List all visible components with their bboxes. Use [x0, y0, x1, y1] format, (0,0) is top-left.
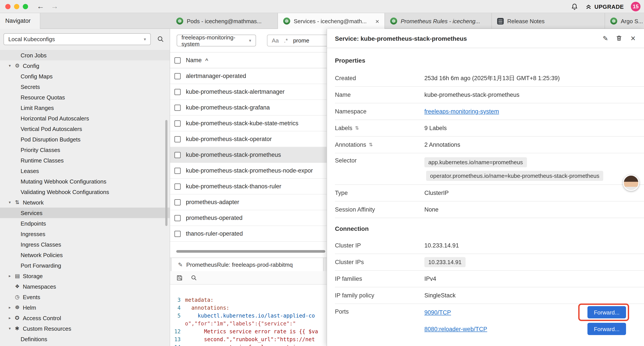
sidebar-item[interactable]: ▸ ☸ Helm	[0, 302, 170, 313]
sidebar-scrollbar[interactable]	[165, 120, 168, 226]
notification-count-badge[interactable]: 15	[631, 2, 640, 11]
editor-tab[interactable]: ☸ Pods - icecheng@mathmas...	[171, 13, 278, 29]
regex-toggle[interactable]: .*	[284, 37, 288, 44]
sidebar-item[interactable]: Config Maps	[0, 71, 170, 81]
back-arrow-icon[interactable]: ←	[37, 1, 44, 12]
presenter-avatar[interactable]	[623, 175, 639, 191]
nav-item-label: Resource Quotas	[20, 94, 65, 100]
dock-tab-active[interactable]: ✎ PrometheusRule: freeleaps-prod-rabbitm…	[172, 258, 324, 272]
sidebar-item[interactable]: Secrets	[0, 81, 170, 92]
sidebar-item[interactable]: ▸ ✪ Access Control	[0, 313, 170, 323]
kubeconfig-select-value: Local Kubeconfigs	[8, 36, 55, 42]
nav-item-label: Limit Ranges	[20, 104, 54, 111]
sidebar-item[interactable]: ▾ ⚙ Config	[0, 60, 170, 71]
save-icon[interactable]	[176, 274, 183, 281]
property-row: Name kube-prometheus-stack-prometheus	[335, 87, 644, 103]
editor-tab[interactable]: Release Notes	[492, 13, 605, 29]
notifications-bell-icon[interactable]	[571, 3, 578, 10]
sidebar-item[interactable]: Cron Jobs	[0, 50, 170, 60]
sidebar-item[interactable]: ▾ ✱ Custom Resources	[0, 323, 170, 334]
sidebar-item[interactable]: ❖ Namespaces	[0, 281, 170, 292]
sidebar-item[interactable]: Leases	[0, 166, 170, 176]
forward-button[interactable]: Forward...	[588, 323, 626, 335]
sidebar-item[interactable]: ▸ ▤ Storage	[0, 271, 170, 281]
row-checkbox[interactable]	[174, 104, 180, 111]
sidebar-item[interactable]: Validating Webhook Configurations	[0, 187, 170, 197]
sidebar-item[interactable]: Horizontal Pod Autoscalers	[0, 113, 170, 123]
sidebar-item[interactable]: Pod Disruption Budgets	[0, 134, 170, 145]
sidebar-item[interactable]: Port Forwarding	[0, 260, 170, 271]
editor-tab[interactable]: ☸ Argo S...	[605, 13, 644, 29]
upgrade-button[interactable]: UPGRADE	[585, 3, 624, 10]
editor-tab[interactable]: ☸ Prometheus Rules - icecheng...	[385, 13, 492, 29]
editor-search-icon[interactable]	[191, 274, 197, 281]
maximize-window-button[interactable]	[23, 4, 28, 9]
delete-service-icon[interactable]	[616, 34, 624, 42]
row-checkbox[interactable]	[174, 215, 180, 221]
editor-tab[interactable]: ☸ Services - icecheng@math... ×	[278, 13, 385, 29]
edit-service-icon[interactable]: ✎	[602, 34, 609, 42]
tree-caret-icon[interactable]: ▸	[9, 274, 15, 278]
tab-close-icon[interactable]: ×	[375, 17, 379, 25]
row-checkbox[interactable]	[174, 183, 180, 189]
row-checkbox[interactable]	[174, 231, 180, 237]
tree-caret-icon[interactable]: ▸	[9, 305, 15, 310]
kubeconfig-select[interactable]: Local Kubeconfigs ▾	[4, 33, 151, 45]
navigator-tree: Cron Jobs ▾ ⚙ Config Config Maps	[0, 50, 170, 344]
sidebar-item[interactable]: Mutating Webhook Configurations	[0, 176, 170, 187]
name-column-header[interactable]: Name ^	[186, 57, 208, 63]
property-row: Annotations ⇅ 2 Annotations	[335, 137, 644, 153]
tree-caret-icon[interactable]: ▸	[9, 316, 15, 320]
line-number	[170, 320, 185, 328]
forward-arrow-icon[interactable]: →	[51, 1, 58, 12]
sidebar-item[interactable]: Services	[0, 208, 170, 218]
navigator-header[interactable]: Navigator	[0, 13, 40, 29]
sidebar-item[interactable]: ▾ ⇅ Network	[0, 197, 170, 208]
namespace-select[interactable]: freeleaps-monitoring-system ▾	[177, 34, 256, 46]
tree-caret-icon[interactable]: ▾	[9, 63, 15, 68]
row-checkbox[interactable]	[174, 73, 180, 79]
minimize-window-button[interactable]	[14, 4, 19, 9]
nav-item-label: Ingress Classes	[20, 241, 61, 248]
sort-toggle-icon[interactable]: ⇅	[355, 125, 359, 131]
sidebar-item[interactable]: Resource Quotas	[0, 92, 170, 102]
horizontal-scrollbar[interactable]	[176, 250, 325, 253]
row-checkbox[interactable]	[174, 136, 180, 142]
sidebar-item[interactable]: Ingresses	[0, 229, 170, 239]
sidebar-item[interactable]: Endpoints	[0, 218, 170, 229]
property-label: Session Affinity	[335, 206, 375, 213]
close-window-button[interactable]	[5, 4, 10, 9]
row-checkbox[interactable]	[174, 152, 180, 158]
nav-item-icon: ✪	[15, 315, 23, 321]
sidebar-item[interactable]: Priority Classes	[0, 145, 170, 155]
nav-item-label: Ingresses	[20, 231, 45, 237]
row-checkbox[interactable]	[174, 168, 180, 174]
sidebar-item[interactable]: Limit Ranges	[0, 102, 170, 113]
port-link[interactable]: 8080:reloader-web/TCP	[424, 326, 487, 332]
tree-caret-icon[interactable]: ▾	[9, 326, 15, 331]
nav-item-icon: ⇅	[15, 199, 23, 205]
drawer-close-icon[interactable]: ×	[629, 34, 637, 42]
service-name-cell: kube-prometheus-stack-kube-state-metrics	[186, 120, 298, 127]
row-checkbox[interactable]	[174, 120, 180, 126]
namespace-link[interactable]: freeleaps-monitoring-system	[424, 108, 499, 115]
sort-toggle-icon[interactable]: ⇅	[369, 142, 373, 148]
select-all-checkbox[interactable]	[174, 57, 180, 63]
match-case-toggle[interactable]: Aa	[272, 37, 279, 44]
search-input[interactable]: prome	[293, 37, 309, 44]
sidebar-item[interactable]: Network Policies	[0, 250, 170, 260]
row-checkbox[interactable]	[174, 199, 180, 205]
port-link[interactable]: 9090/TCP	[424, 309, 451, 316]
sidebar-item[interactable]: Definitions	[0, 334, 170, 344]
tree-caret-icon[interactable]: ▾	[9, 200, 15, 205]
sidebar-search-icon[interactable]	[157, 35, 166, 44]
sidebar-item[interactable]: Ingress Classes	[0, 239, 170, 250]
sidebar-item[interactable]: Vertical Pod Autoscalers	[0, 123, 170, 134]
forward-button[interactable]: Forward...	[588, 306, 626, 319]
property-row: Type ClusterIP	[335, 185, 644, 201]
sidebar-item[interactable]: ◷ Events	[0, 292, 170, 302]
sidebar-item[interactable]: Runtime Classes	[0, 155, 170, 166]
nav-item-label: Custom Resources	[23, 325, 71, 332]
row-checkbox[interactable]	[174, 89, 180, 95]
nav-item-label: Namespaces	[23, 283, 56, 290]
